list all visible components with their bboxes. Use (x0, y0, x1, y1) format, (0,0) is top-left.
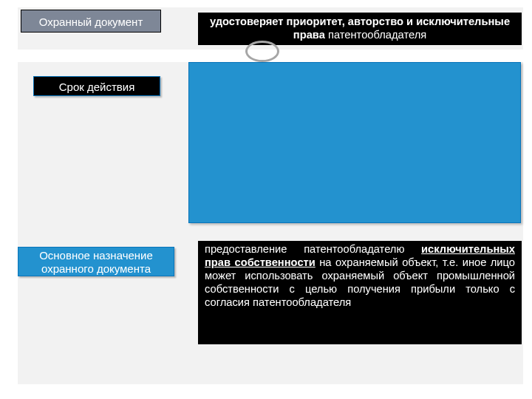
label-line1: Основное назначение (39, 249, 153, 262)
desc-tail: патентообладателя (325, 29, 426, 41)
validity-period-label: Срок действия (33, 76, 160, 96)
protective-document-label: Охранный документ (21, 10, 161, 33)
ring-icon (245, 41, 279, 62)
protective-document-description: удостоверяет приоритет, авторство и искл… (198, 13, 522, 45)
desc-lead: предоставление патентообладателю (205, 243, 421, 255)
main-purpose-label: Основное назначение охранного документа (18, 247, 174, 276)
validity-period-panel (188, 62, 521, 223)
slide: Охранный документ удостоверяет приоритет… (0, 0, 532, 399)
label-line2: охранного документа (41, 262, 151, 275)
main-purpose-description: предоставление патентообладателю исключи… (198, 241, 522, 344)
